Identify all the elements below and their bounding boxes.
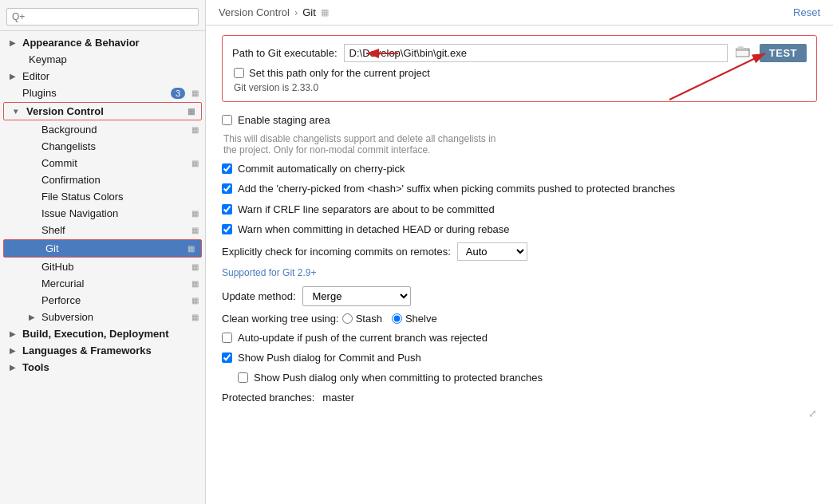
show-push-label[interactable]: Show Push dialog for Commit and Push (238, 351, 421, 365)
arrow-icon: ▶ (10, 363, 19, 372)
update-method-select[interactable]: Merge Rebase Branch Default (302, 286, 411, 306)
sidebar-item-label: Appearance & Behavior (22, 37, 199, 49)
staging-area-checkbox[interactable] (222, 115, 232, 125)
sidebar: ▶ Appearance & Behavior Keymap ▶ Editor … (0, 0, 206, 504)
sidebar-item-editor[interactable]: ▶ Editor (0, 68, 205, 85)
sidebar-item-label: Subversion (41, 311, 188, 323)
cherry-pick-checkbox[interactable] (222, 163, 232, 174)
detached-head-label[interactable]: Warn when committing in detached HEAD or… (238, 222, 510, 237)
update-method-row: Update method: Merge Rebase Branch Defau… (222, 286, 817, 306)
show-push-checkbox[interactable] (222, 352, 232, 363)
table-icon: ▦ (188, 244, 195, 253)
table-icon: ▦ (191, 125, 199, 134)
sidebar-item-appearance[interactable]: ▶ Appearance & Behavior (0, 34, 205, 51)
sidebar-item-label: Plugins (22, 87, 171, 99)
arrow-icon: ▾ (14, 107, 23, 116)
show-push-protected-checkbox[interactable] (238, 372, 248, 383)
arrow-icon: ▶ (29, 313, 38, 321)
sidebar-search-input[interactable] (6, 8, 199, 26)
protected-branches-row: Protected branches: master (222, 392, 817, 404)
sidebar-item-build[interactable]: ▶ Build, Execution, Deployment (0, 325, 205, 342)
git-path-row: Path to Git executable: TEST (232, 44, 807, 62)
sidebar-item-label: Languages & Frameworks (22, 345, 199, 356)
sidebar-item-mercurial[interactable]: Mercurial ▦ (0, 275, 205, 292)
sidebar-item-git[interactable]: Git ▦ (3, 239, 202, 258)
sidebar-item-label: Mercurial (41, 278, 188, 289)
detached-head-checkbox[interactable] (222, 224, 232, 234)
sidebar-item-label: Confirmation (41, 174, 199, 186)
git-version-text: Git version is 2.33.0 (234, 82, 807, 93)
folder-icon[interactable] (732, 45, 753, 62)
sidebar-item-label: Git (45, 242, 184, 254)
breadcrumb-current: Git (302, 6, 316, 18)
sidebar-item-label: Issue Navigation (41, 207, 188, 219)
resize-icon: ⤢ (808, 408, 817, 419)
auto-update-label[interactable]: Auto-update if push of the current branc… (238, 331, 488, 345)
sidebar-item-tools[interactable]: ▶ Tools (0, 359, 205, 376)
arrow-icon: ▶ (10, 346, 19, 355)
shelve-radio[interactable] (392, 313, 402, 324)
main-header: Version Control › Git ▦ Reset (206, 0, 833, 26)
path-only-label[interactable]: Set this path only for the current proje… (249, 67, 430, 79)
sidebar-item-confirmation[interactable]: Confirmation (0, 171, 205, 188)
sidebar-item-plugins[interactable]: Plugins 3 ▦ (0, 85, 205, 101)
path-only-checkbox[interactable] (234, 68, 244, 78)
crlf-checkbox[interactable] (222, 204, 232, 215)
auto-update-setting: Auto-update if push of the current branc… (222, 331, 817, 345)
breadcrumb-separator: › (294, 6, 298, 18)
sidebar-item-github[interactable]: GitHub ▦ (0, 258, 205, 275)
table-icon: ▦ (191, 313, 199, 321)
sidebar-item-shelf[interactable]: Shelf ▦ (0, 222, 205, 238)
table-icon: ▦ (191, 262, 199, 271)
cherry-pick-suffix-label[interactable]: Add the 'cherry-picked from <hash>' suff… (238, 182, 675, 196)
sidebar-item-label: Version Control (26, 105, 184, 117)
staging-area-label[interactable]: Enable staging area (238, 113, 330, 128)
sidebar-search-container (0, 3, 205, 31)
cherry-pick-label[interactable]: Commit automatically on cherry-pick (238, 162, 405, 176)
stash-label[interactable]: Stash (356, 313, 382, 325)
sidebar-item-version-control[interactable]: ▾ Version Control ▦ (4, 103, 201, 120)
protected-branches-value: master (322, 392, 354, 404)
sidebar-item-label: Keymap (29, 53, 199, 65)
test-button[interactable]: TEST (760, 44, 807, 62)
arrow-icon: ▶ (10, 329, 19, 338)
auto-update-checkbox[interactable] (222, 333, 232, 343)
sidebar-item-label: Background (41, 124, 188, 136)
sidebar-item-issue-navigation[interactable]: Issue Navigation ▦ (0, 205, 205, 222)
breadcrumb: Version Control › Git ▦ (219, 6, 329, 18)
sidebar-item-changelists[interactable]: Changelists (0, 138, 205, 155)
update-method-label: Update method: (222, 290, 296, 302)
sidebar-item-label: Build, Execution, Deployment (22, 328, 199, 340)
crlf-label[interactable]: Warn if CRLF line separators are about t… (238, 203, 495, 217)
sidebar-item-label: Shelf (41, 224, 188, 236)
reset-button[interactable]: Reset (793, 6, 820, 18)
git-path-box: Path to Git executable: TEST Set this pa… (222, 35, 817, 102)
incoming-commits-select[interactable]: Auto Always Never (457, 242, 527, 261)
sidebar-item-commit[interactable]: Commit ▦ (0, 155, 205, 171)
incoming-commits-label: Explicitly check for incoming commits on… (222, 246, 451, 258)
cherry-pick-suffix-checkbox[interactable] (222, 183, 232, 194)
sidebar-item-perforce[interactable]: Perforce ▦ (0, 292, 205, 309)
sidebar-item-background[interactable]: Background ▦ (0, 121, 205, 138)
sidebar-item-label: Editor (22, 70, 199, 82)
table-icon: ▦ (188, 107, 195, 116)
show-push-protected-label[interactable]: Show Push dialog only when committing to… (254, 371, 543, 385)
table-icon: ▦ (191, 279, 199, 288)
git-path-input[interactable] (344, 44, 728, 62)
shelve-label[interactable]: Shelve (405, 313, 437, 325)
breadcrumb-icon: ▦ (321, 7, 329, 18)
crlf-setting: Warn if CRLF line separators are about t… (222, 203, 817, 217)
stash-option: Stash (342, 313, 385, 325)
breadcrumb-parent: Version Control (219, 6, 290, 18)
sidebar-item-file-status-colors[interactable]: File Status Colors (0, 188, 205, 205)
show-push-setting: Show Push dialog for Commit and Push (222, 351, 817, 365)
clean-tree-label: Clean working tree using: (222, 313, 339, 325)
incoming-commits-row: Explicitly check for incoming commits on… (222, 242, 817, 261)
stash-radio[interactable] (342, 313, 353, 324)
sidebar-item-keymap[interactable]: Keymap (0, 51, 205, 68)
table-icon: ▦ (191, 296, 199, 305)
show-push-protected-setting: Show Push dialog only when committing to… (238, 371, 817, 385)
sidebar-item-subversion[interactable]: ▶ Subversion ▦ (0, 309, 205, 325)
shelve-option: Shelve (392, 313, 440, 325)
sidebar-item-languages[interactable]: ▶ Languages & Frameworks (0, 342, 205, 359)
